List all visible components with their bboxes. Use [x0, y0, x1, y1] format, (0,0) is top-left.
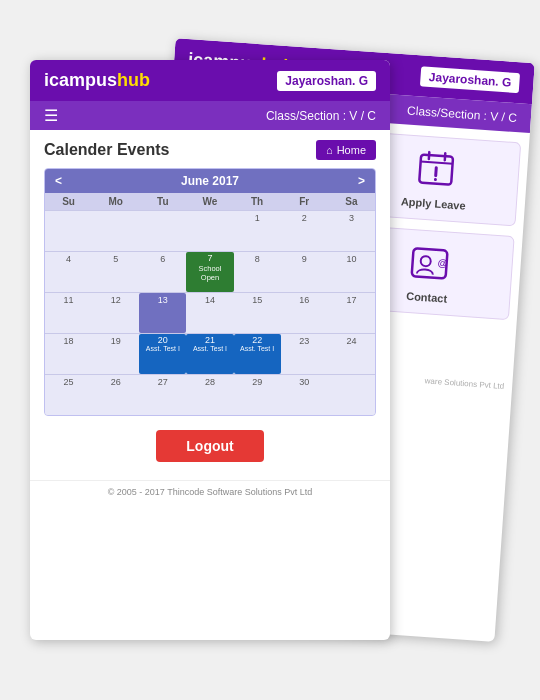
calendar-nav: < June 2017 >	[45, 169, 375, 193]
cal-cell-26[interactable]: 26	[92, 375, 139, 415]
cal-cell-28[interactable]: 28	[186, 375, 233, 415]
front-logo-hub: hub	[117, 70, 150, 90]
svg-point-11	[433, 178, 436, 181]
calendar-days-header: Su Mo Tu We Th Fr Sa	[45, 193, 375, 210]
front-user-badge: Jayaroshan. G	[277, 71, 376, 91]
cal-cell-22-asst[interactable]: 22 Asst. Test I	[234, 334, 281, 374]
cal-week-3: 11 12 13 14 15 16 17	[45, 292, 375, 333]
back-section-label: Class/Section : V / C	[407, 103, 518, 125]
cal-cell-6[interactable]: 6	[139, 252, 186, 292]
cal-cell-17[interactable]: 17	[328, 293, 375, 333]
back-user-badge: Jayaroshan. G	[420, 66, 520, 93]
cal-cell-empty	[328, 375, 375, 415]
cal-week-5: 25 26 27 28 29 30	[45, 374, 375, 415]
day-tu: Tu	[139, 193, 186, 210]
cal-cell-7-event[interactable]: 7 School Open	[186, 252, 233, 292]
cal-cell-18[interactable]: 18	[45, 334, 92, 374]
cal-week-2: 4 5 6 7 School Open 8 9 10	[45, 251, 375, 292]
contact-icon: @	[406, 240, 453, 287]
front-subheader: ☰ Class/Section : V / C	[30, 101, 390, 130]
prev-month-arrow[interactable]: <	[55, 174, 62, 188]
front-logo: icampushub	[44, 70, 150, 91]
apply-leave-icon	[412, 146, 459, 193]
next-month-arrow[interactable]: >	[358, 174, 365, 188]
page-title: Calender Events	[44, 141, 169, 159]
day-fr: Fr	[281, 193, 328, 210]
cal-cell-8[interactable]: 8	[234, 252, 281, 292]
title-row: Calender Events ⌂ Home	[44, 140, 376, 160]
content-area: Calender Events ⌂ Home < June 2017 > Su …	[30, 130, 390, 480]
cal-cell-4[interactable]: 4	[45, 252, 92, 292]
cal-cell-25[interactable]: 25	[45, 375, 92, 415]
day-su: Su	[45, 193, 92, 210]
day-th: Th	[234, 193, 281, 210]
cal-cell-13-today[interactable]: 13	[139, 293, 186, 333]
cal-cell	[139, 211, 186, 251]
svg-point-13	[420, 256, 431, 267]
asst-21-label: Asst. Test I	[188, 345, 231, 353]
calendar-grid: Su Mo Tu We Th Fr Sa 1 2 3	[45, 193, 375, 415]
home-icon: ⌂	[326, 144, 333, 156]
cal-cell-16[interactable]: 16	[281, 293, 328, 333]
cal-cell-9[interactable]: 9	[281, 252, 328, 292]
cal-cell-29[interactable]: 29	[234, 375, 281, 415]
cal-cell-27[interactable]: 27	[139, 375, 186, 415]
cal-cell-12[interactable]: 12	[92, 293, 139, 333]
cal-cell-19[interactable]: 19	[92, 334, 139, 374]
cal-cell-11[interactable]: 11	[45, 293, 92, 333]
cal-cell-10[interactable]: 10	[328, 252, 375, 292]
front-logo-icampus: icampus	[44, 70, 117, 90]
apply-leave-label: Apply Leave	[401, 195, 466, 211]
cal-cell	[45, 211, 92, 251]
svg-text:@: @	[437, 257, 448, 269]
cal-cell-30[interactable]: 30	[281, 375, 328, 415]
logout-button[interactable]: Logout	[156, 430, 263, 462]
cal-cell-3[interactable]: 3	[328, 211, 375, 251]
home-button-label: Home	[337, 144, 366, 156]
calendar-month-year: June 2017	[181, 174, 239, 188]
day-sa: Sa	[328, 193, 375, 210]
front-footer: © 2005 - 2017 Thincode Software Solution…	[30, 480, 390, 501]
day-we: We	[186, 193, 233, 210]
cal-week-1: 1 2 3	[45, 210, 375, 251]
contact-label: Contact	[406, 290, 448, 305]
logout-row: Logout	[44, 416, 376, 470]
day-mo: Mo	[92, 193, 139, 210]
cal-cell-1[interactable]: 1	[234, 211, 281, 251]
asst-22-label: Asst. Test I	[236, 345, 279, 353]
cal-cell-24[interactable]: 24	[328, 334, 375, 374]
cal-cell	[186, 211, 233, 251]
front-header: icampushub Jayaroshan. G	[30, 60, 390, 101]
cal-cell-15[interactable]: 15	[234, 293, 281, 333]
cal-cell-23[interactable]: 23	[281, 334, 328, 374]
cal-cell	[92, 211, 139, 251]
cal-cell-2[interactable]: 2	[281, 211, 328, 251]
school-open-event: School Open	[188, 264, 231, 282]
cal-week-4: 18 19 20 Asst. Test I 21 Asst. Test I 22…	[45, 333, 375, 374]
front-hamburger-icon[interactable]: ☰	[44, 106, 58, 125]
front-card: icampushub Jayaroshan. G ☰ Class/Section…	[30, 60, 390, 640]
cal-cell-14[interactable]: 14	[186, 293, 233, 333]
svg-line-10	[435, 168, 436, 176]
asst-20-label: Asst. Test I	[141, 345, 184, 353]
front-section-label: Class/Section : V / C	[266, 109, 376, 123]
cal-cell-20-asst[interactable]: 20 Asst. Test I	[139, 334, 186, 374]
calendar: < June 2017 > Su Mo Tu We Th Fr Sa	[44, 168, 376, 416]
svg-line-7	[420, 162, 452, 164]
cal-cell-21-asst[interactable]: 21 Asst. Test I	[186, 334, 233, 374]
home-button[interactable]: ⌂ Home	[316, 140, 376, 160]
cal-cell-5[interactable]: 5	[92, 252, 139, 292]
